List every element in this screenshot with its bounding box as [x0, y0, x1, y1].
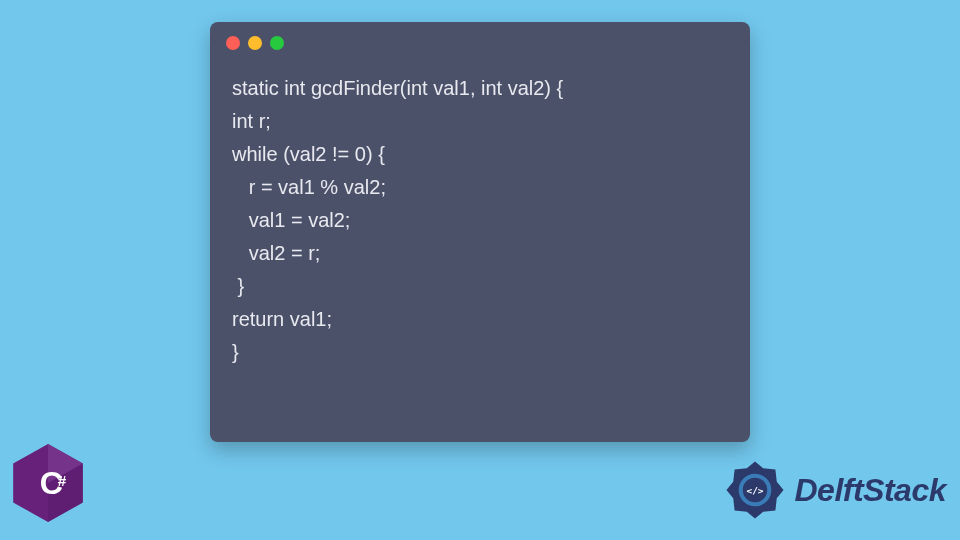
code-line: val2 = r;: [232, 242, 320, 264]
code-line: return val1;: [232, 308, 332, 330]
delftstack-label: DelftStack: [795, 472, 947, 509]
code-line: while (val2 != 0) {: [232, 143, 385, 165]
delftstack-badge-icon: </>: [721, 456, 789, 524]
code-line: static int gcdFinder(int val1, int val2)…: [232, 77, 563, 99]
code-line: val1 = val2;: [232, 209, 350, 231]
code-line: r = val1 % val2;: [232, 176, 386, 198]
svg-text:</>: </>: [746, 485, 763, 496]
close-icon: [226, 36, 240, 50]
minimize-icon: [248, 36, 262, 50]
csharp-icon: C #: [12, 444, 84, 522]
code-line: }: [232, 275, 244, 297]
svg-text:#: #: [58, 472, 67, 489]
code-window: static int gcdFinder(int val1, int val2)…: [210, 22, 750, 442]
code-line: }: [232, 341, 239, 363]
code-line: int r;: [232, 110, 271, 132]
window-header: [210, 22, 750, 58]
maximize-icon: [270, 36, 284, 50]
code-body: static int gcdFinder(int val1, int val2)…: [210, 58, 750, 387]
delftstack-logo: </> DelftStack: [721, 456, 947, 524]
